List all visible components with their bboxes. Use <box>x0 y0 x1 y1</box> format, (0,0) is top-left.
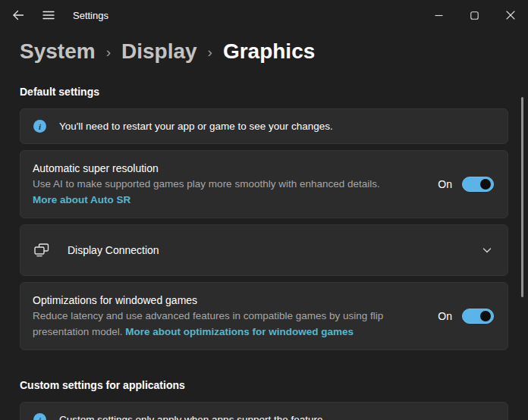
display-connection-card[interactable]: Display Connection <box>20 224 508 276</box>
windowed-games-toggle[interactable] <box>462 309 494 324</box>
display-connection-title: Display Connection <box>68 244 482 256</box>
windowed-games-title: Optimizations for windowed games <box>33 293 429 308</box>
titlebar-left: Settings <box>0 2 108 28</box>
section-heading-default-settings: Default settings <box>20 86 508 98</box>
auto-sr-more-link[interactable]: More about Auto SR <box>33 192 130 208</box>
auto-sr-toggle[interactable] <box>462 177 494 192</box>
maximize-icon <box>470 11 479 20</box>
breadcrumb-system[interactable]: System <box>20 36 96 67</box>
windowed-games-description: Reduce latency and use advanced features… <box>33 308 429 340</box>
toggle-knob <box>480 311 491 321</box>
breadcrumb-separator-icon: › <box>208 35 212 67</box>
custom-info-banner: i Custom settings only apply when apps s… <box>20 402 508 420</box>
breadcrumb-display[interactable]: Display <box>121 36 197 67</box>
maximize-button[interactable] <box>457 0 492 30</box>
minimize-button[interactable] <box>421 0 457 30</box>
hamburger-menu-icon <box>42 10 55 20</box>
back-button[interactable] <box>3 2 33 28</box>
page-content: System › Display › Graphics Default sett… <box>0 35 528 420</box>
info-icon: i <box>33 120 46 133</box>
scrollbar-thumb[interactable] <box>521 97 523 297</box>
auto-sr-control: On <box>438 177 494 192</box>
navigation-menu-button[interactable] <box>33 2 64 28</box>
auto-sr-text: Automatic super resolution Use AI to mak… <box>33 161 380 208</box>
breadcrumb: System › Display › Graphics <box>20 35 508 67</box>
restart-info-banner: i You'll need to restart your app or gam… <box>20 108 508 144</box>
info-icon: i <box>33 413 46 420</box>
toggle-knob <box>480 179 491 190</box>
auto-sr-title: Automatic super resolution <box>33 161 380 176</box>
section-heading-custom-settings: Custom settings for applications <box>20 379 508 391</box>
windowed-games-card: Optimizations for windowed games Reduce … <box>20 282 508 350</box>
windowed-games-text: Optimizations for windowed games Reduce … <box>33 293 429 340</box>
restart-info-text: You'll need to restart your app or game … <box>59 121 333 132</box>
app-title: Settings <box>73 10 108 21</box>
windowed-games-toggle-label: On <box>438 310 452 322</box>
auto-sr-toggle-label: On <box>438 178 452 190</box>
close-button[interactable] <box>492 0 528 30</box>
window-controls <box>421 0 528 30</box>
chevron-down-icon <box>482 245 492 255</box>
auto-sr-description: Use AI to make supported games play more… <box>33 176 380 192</box>
titlebar: Settings <box>0 0 528 30</box>
minimize-icon <box>435 11 443 20</box>
back-arrow-icon <box>12 9 24 21</box>
custom-info-text: Custom settings only apply when apps sup… <box>59 414 322 420</box>
windowed-games-more-link[interactable]: More about optimizations for windowed ga… <box>125 326 354 337</box>
close-icon <box>506 11 515 20</box>
auto-sr-card: Automatic super resolution Use AI to mak… <box>20 150 508 218</box>
windowed-games-control: On <box>438 309 494 324</box>
settings-window: Settings System › Disp <box>0 0 528 420</box>
display-connection-icon <box>33 241 52 259</box>
breadcrumb-graphics: Graphics <box>223 36 315 67</box>
breadcrumb-separator-icon: › <box>106 35 111 67</box>
